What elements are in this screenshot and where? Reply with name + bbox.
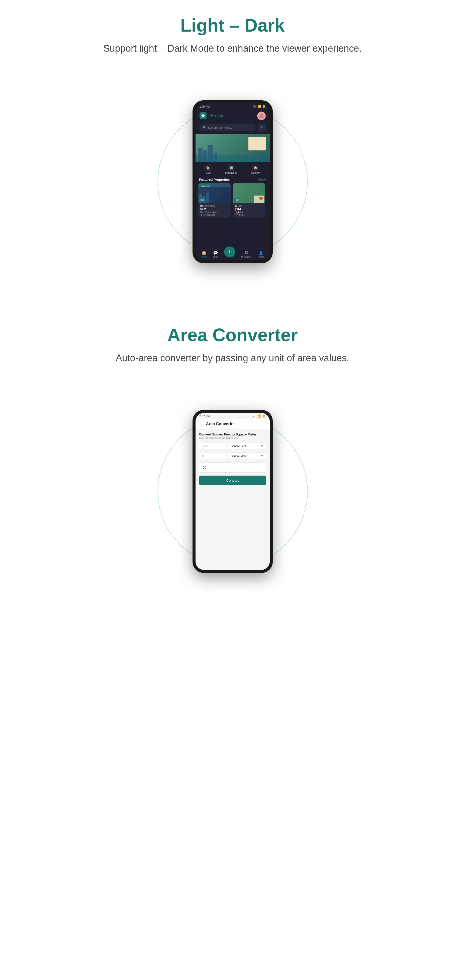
converter-title: Area Converter <box>206 422 235 426</box>
converter-body: Convert Square Feet to Square Meter Ente… <box>196 429 270 570</box>
battery-icon: 🔋 <box>262 105 266 108</box>
prop-image-1: Featured Sell <box>198 183 231 203</box>
search-bar[interactable]: 🔍 Search your house... <box>199 124 256 131</box>
prop-type-2: 🏡 Villa <box>235 205 263 207</box>
cat-banglow[interactable]: 🏠 Banglow <box>251 165 260 174</box>
section1-subtitle: Support light – Dark Mode to enhance the… <box>103 43 362 54</box>
prop-info-2: 🏡 Villa $1M High Ha... 📍 Muni... <box>232 203 265 218</box>
cat-villa-label: Villa <box>206 172 210 174</box>
to-select[interactable]: Square Meter ▼ <box>228 452 266 460</box>
prop-price-2: $1M <box>235 207 263 211</box>
like-heart: ❤️ <box>259 197 263 200</box>
search-placeholder: Search your house... <box>208 126 234 129</box>
to-value: Square Meter <box>231 455 248 458</box>
prop-image-2: Featured Sell ❤️ <box>232 183 265 203</box>
properties-nav-icon: 🏗 <box>244 251 248 255</box>
to-label: TO <box>199 452 226 460</box>
nav-home[interactable]: 🏠 Home <box>201 250 207 258</box>
profile-nav-icon: 👤 <box>258 250 263 255</box>
section2-title: Area Converter <box>167 325 298 345</box>
from-select[interactable]: Square Feet ▼ <box>228 442 266 450</box>
featured-header: Featured Properties See All <box>196 176 270 183</box>
nav-home-label: Home <box>201 256 207 258</box>
cat-penthouse-label: Penthouse <box>225 172 237 174</box>
nav-profile[interactable]: 👤 Profile <box>258 250 264 258</box>
prop-price-1: $1M <box>200 207 229 211</box>
see-all-link[interactable]: See All <box>258 178 266 181</box>
home-nav-icon: 🏠 <box>202 250 207 255</box>
bottom-nav: 🏠 Home 💬 Chat + 🏗 Properties <box>196 248 270 260</box>
fab-add-button[interactable]: + <box>224 247 235 258</box>
nav-properties[interactable]: 🏗 Properties <box>241 251 252 258</box>
dark-phone-screen: 1:00 PM 📷 📶 🔋 <box>196 103 270 260</box>
prop-type-1: 🏢 Commercial <box>200 205 229 207</box>
properties-row: Featured Sell 🏢 Commercial <box>196 183 270 220</box>
section1-title: Light – Dark <box>180 15 285 36</box>
svg-point-0 <box>260 114 263 116</box>
result-box[interactable]: 00 <box>199 462 266 473</box>
from-value: Square Feet <box>231 444 246 447</box>
app-header: eBroker <box>196 110 270 122</box>
prop-name-1: The Promenade <box>200 211 229 213</box>
back-button[interactable]: ← <box>199 422 204 426</box>
page-wrapper: Light – Dark Support light – Dark Mode t… <box>0 0 465 639</box>
camera-icon: 📷 <box>253 105 257 108</box>
phone-light: 2:57 PM ● ↓ 📶 🔋 ← Area Converter <box>193 410 273 573</box>
phone-dark: 1:00 PM 📷 📶 🔋 <box>193 100 273 263</box>
wifi-icon-2: 📶 <box>258 414 261 418</box>
nav-chat-label: Chat <box>213 256 218 258</box>
converter-heading: Convert Square Feet to Square Meter <box>199 433 266 436</box>
status-time: 1:00 PM <box>199 105 210 108</box>
logo-icon <box>199 112 207 119</box>
banglow-icon: 🏠 <box>252 165 259 171</box>
property-card-1[interactable]: Featured Sell 🏢 Commercial <box>198 183 231 218</box>
section2-subtitle: Auto-area converter by passing any unit … <box>116 353 349 364</box>
converter-subtext: Enter the value and select desired unit. <box>199 437 266 439</box>
dropdown-arrow-to: ▼ <box>261 455 263 458</box>
user-avatar <box>257 111 266 120</box>
result-value: 00 <box>203 466 206 469</box>
prop-location-1: 📍 Ahmedabad <box>200 213 229 216</box>
dropdown-arrow-from: ▼ <box>261 444 263 447</box>
featured-title: Featured Properties <box>199 178 230 181</box>
nav-chat[interactable]: 💬 Chat <box>213 250 218 258</box>
section-light-dark: Light – Dark Support light – Dark Mode t… <box>0 15 465 294</box>
prop-name-2: High Ha... <box>235 211 263 213</box>
light-phone-screen: 2:57 PM ● ↓ 📶 🔋 ← Area Converter <box>196 413 270 570</box>
dot-icon: ● <box>253 415 254 417</box>
prop-location-2: 📍 Muni... <box>235 213 263 216</box>
statusbar-icons-2: ● ↓ 📶 🔋 <box>253 414 266 418</box>
nav-properties-label: Properties <box>241 256 252 258</box>
prop-info-1: 🏢 Commercial $1M The Promenade 📍 Ahmedab… <box>198 203 231 218</box>
app-name: eBroker <box>209 114 224 118</box>
battery-icon-2: 🔋 <box>262 414 266 418</box>
app-logo: eBroker <box>199 112 224 119</box>
section-area-converter: Area Converter Auto-area converter by pa… <box>0 325 465 604</box>
wifi-icon: 📶 <box>258 105 261 108</box>
phone-scene-1: 1:00 PM 📷 📶 🔋 <box>145 69 320 294</box>
cat-penthouse[interactable]: 🏢 Penthouse <box>225 165 237 174</box>
statusbar-dark: 1:00 PM 📷 📶 🔋 <box>196 103 270 110</box>
sell-badge-2: Sell <box>234 198 240 202</box>
filter-button[interactable] <box>258 124 266 132</box>
cat-banglow-label: Banglow <box>251 172 260 174</box>
search-row: 🔍 Search your house... <box>196 122 270 133</box>
villa-icon: 🏡 <box>205 165 212 171</box>
statusbar-light: 2:57 PM ● ↓ 📶 🔋 <box>196 413 270 419</box>
penthouse-icon: 🏢 <box>228 165 235 171</box>
convert-button[interactable]: Convert <box>199 476 266 485</box>
cat-villa[interactable]: 🏡 Villa <box>205 165 212 174</box>
property-card-2[interactable]: Featured Sell ❤️ 🏡 Villa $1M High Ha... <box>232 183 265 218</box>
nav-profile-label: Profile <box>258 256 264 258</box>
search-icon: 🔍 <box>203 126 207 129</box>
phone-scene-2: 2:57 PM ● ↓ 📶 🔋 ← Area Converter <box>145 379 320 604</box>
chat-nav-icon: 💬 <box>213 250 218 255</box>
converter-header: ← Area Converter <box>196 419 270 429</box>
from-row: From Square Feet ▼ <box>199 442 266 450</box>
down-arrow-icon: ↓ <box>255 415 257 418</box>
category-row: 🏡 Villa 🏢 Penthouse 🏠 Banglow <box>196 163 270 176</box>
to-row: TO Square Meter ▼ <box>199 452 266 460</box>
statusbar-icons: 📷 📶 🔋 <box>253 105 266 108</box>
sell-badge-1: Sell <box>199 198 206 202</box>
from-label: From <box>199 442 226 450</box>
